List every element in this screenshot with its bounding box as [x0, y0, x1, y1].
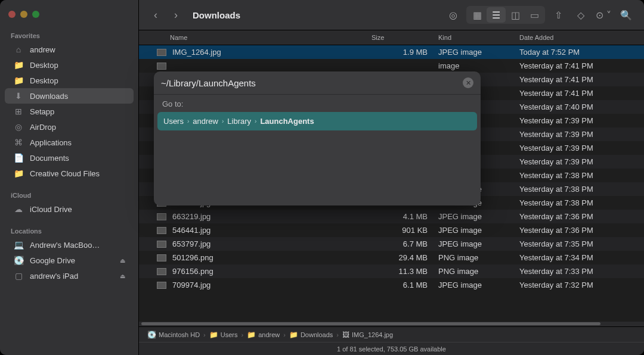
- file-thumbnail-icon: [157, 227, 166, 234]
- file-row[interactable]: 709974.jpg 6.1 MB JPEG image Yesterday a…: [139, 278, 644, 292]
- sidebar-item-label: Creative Cloud Files: [30, 169, 100, 178]
- sidebar-item[interactable]: ⊞Setapp: [5, 104, 134, 119]
- file-name: 653797.jpg: [172, 239, 371, 248]
- status-text: 1 of 81 selected, 753.05 GB available: [337, 345, 446, 353]
- file-row[interactable]: 501296.png 29.4 MB PNG image Yesterday a…: [139, 251, 644, 264]
- finder-window: Favorites ⌂andrew📁Desktop📁Desktop⬇Downlo…: [0, 0, 644, 355]
- file-row[interactable]: 546441.jpg 901 KB JPEG image Yesterday a…: [139, 223, 644, 237]
- sidebar-item[interactable]: 📄Documents: [5, 150, 134, 166]
- file-date: Yesterday at 7:40 PM: [519, 102, 644, 111]
- view-switcher: ▦ ☰ ◫ ▭: [466, 6, 545, 24]
- favorites-label: Favorites: [0, 29, 138, 42]
- grid-icon: ⊞: [13, 107, 24, 116]
- file-row[interactable]: 976156.png 11.3 MB PNG image Yesterday a…: [139, 264, 644, 278]
- sidebar-item[interactable]: ⌂andrew: [5, 42, 134, 57]
- eject-icon[interactable]: ⏏: [120, 273, 125, 279]
- header-name[interactable]: Name: [139, 34, 371, 41]
- sidebar-item[interactable]: ⬇Downloads: [5, 88, 134, 104]
- file-date: Yesterday at 7:33 PM: [519, 267, 644, 276]
- search-button[interactable]: 🔍: [617, 7, 636, 23]
- sidebar-item[interactable]: ⌘Applications: [5, 135, 134, 150]
- file-thumbnail-icon: [157, 241, 166, 248]
- path-bar: 💽Macintosh HD › 📁Users › 📁andrew › 📁Down…: [139, 326, 644, 342]
- file-thumbnail-icon: [157, 49, 166, 56]
- file-row[interactable]: 653797.jpg 6.7 MB JPEG image Yesterday a…: [139, 237, 644, 251]
- file-name: 976156.png: [172, 267, 371, 276]
- file-kind: image: [438, 61, 519, 70]
- file-date: Yesterday at 7:39 PM: [519, 116, 644, 125]
- window-title: Downloads: [193, 10, 240, 20]
- locations-label: Locations: [0, 224, 138, 237]
- sidebar: Favorites ⌂andrew📁Desktop📁Desktop⬇Downlo…: [0, 0, 138, 355]
- header-kind[interactable]: Kind: [438, 34, 519, 41]
- header-date[interactable]: Date Added: [519, 34, 644, 41]
- sidebar-item[interactable]: 💻Andrew's MacBoo…: [5, 237, 134, 253]
- file-size: 901 KB: [371, 226, 438, 235]
- scrollbar-thumb[interactable]: [141, 322, 600, 325]
- sidebar-item-label: Applications: [30, 138, 72, 147]
- forward-button[interactable]: ›: [168, 7, 184, 23]
- goto-input[interactable]: [161, 78, 463, 88]
- header-size[interactable]: Size: [371, 34, 438, 41]
- share-button[interactable]: ⇧: [549, 7, 568, 23]
- gallery-view-button[interactable]: ▭: [525, 7, 544, 23]
- sidebar-item[interactable]: 📁Desktop: [5, 57, 134, 73]
- file-name: IMG_1264.jpg: [172, 48, 371, 57]
- icon-view-button[interactable]: ▦: [467, 7, 487, 23]
- sidebar-item[interactable]: 📁Creative Cloud Files: [5, 166, 134, 181]
- file-row[interactable]: IMG_1264.jpg 1.9 MB JPEG image Today at …: [139, 45, 644, 59]
- status-bar: 1 of 81 selected, 753.05 GB available: [139, 342, 644, 355]
- icloud-label: iCloud: [0, 188, 138, 201]
- toolbar: ‹ › Downloads ◎ ▦ ☰ ◫ ▭ ⇧ ◇ ⊙ ˅ 🔍: [139, 0, 644, 30]
- file-name: 663219.jpg: [172, 212, 371, 221]
- window-controls: [0, 5, 138, 29]
- close-button[interactable]: [8, 11, 16, 18]
- sidebar-item[interactable]: 📁Desktop: [5, 73, 134, 88]
- maximize-button[interactable]: [32, 11, 39, 18]
- file-date: Yesterday at 7:36 PM: [519, 226, 644, 235]
- folder-icon: 📁: [13, 76, 24, 85]
- sidebar-item[interactable]: 💽Google Drive⏏: [5, 253, 134, 268]
- file-kind: JPEG image: [438, 281, 519, 289]
- airdrop-icon[interactable]: ◎: [444, 7, 463, 23]
- list-view-button[interactable]: ☰: [487, 7, 506, 23]
- sidebar-item-label: Setapp: [30, 107, 54, 116]
- path-seg[interactable]: 🖼IMG_1264.jpg: [342, 331, 393, 339]
- path-seg[interactable]: 💽Macintosh HD: [147, 331, 200, 339]
- file-thumbnail-icon: [157, 63, 166, 70]
- clear-input-button[interactable]: ✕: [463, 77, 473, 88]
- sidebar-item-label: Desktop: [30, 76, 58, 85]
- apps-icon: ⌘: [13, 138, 24, 147]
- minimize-button[interactable]: [20, 11, 27, 18]
- file-date: Yesterday at 7:35 PM: [519, 239, 644, 248]
- sidebar-item[interactable]: ▢andrew's iPad⏏: [5, 268, 134, 284]
- action-menu-button[interactable]: ⊙ ˅: [594, 7, 613, 23]
- sidebar-item-label: Google Drive: [30, 256, 75, 265]
- path-seg[interactable]: 📁andrew: [247, 331, 280, 339]
- path-seg[interactable]: 📁Downloads: [289, 331, 333, 339]
- ipad-icon: ▢: [13, 271, 24, 281]
- horizontal-scrollbar[interactable]: [139, 322, 644, 326]
- file-size: 1.9 MB: [371, 48, 438, 57]
- sidebar-item-label: iCloud Drive: [30, 205, 72, 214]
- file-row[interactable]: image Yesterday at 7:41 PM: [139, 59, 644, 73]
- sidebar-item[interactable]: ☁iCloud Drive: [5, 201, 134, 217]
- file-row[interactable]: 663219.jpg 4.1 MB JPEG image Yesterday a…: [139, 210, 644, 223]
- sidebar-item[interactable]: ◎AirDrop: [5, 119, 134, 135]
- path-seg[interactable]: 📁Users: [209, 331, 238, 339]
- laptop-icon: 💻: [13, 240, 24, 250]
- file-thumbnail-icon: [157, 268, 166, 275]
- file-size: 6.1 MB: [371, 281, 438, 289]
- file-kind: JPEG image: [438, 239, 519, 248]
- sidebar-item-label: Documents: [30, 154, 69, 163]
- tag-button[interactable]: ◇: [571, 7, 590, 23]
- file-thumbnail-icon: [157, 282, 166, 289]
- back-button[interactable]: ‹: [147, 7, 164, 23]
- column-view-button[interactable]: ◫: [506, 7, 525, 23]
- eject-icon[interactable]: ⏏: [120, 257, 125, 264]
- goto-suggestion[interactable]: Users› andrew› Library› LaunchAgents: [157, 112, 477, 130]
- file-kind: PNG image: [438, 253, 519, 262]
- file-date: Yesterday at 7:41 PM: [519, 89, 644, 98]
- file-kind: PNG image: [438, 267, 519, 276]
- file-thumbnail-icon: [157, 213, 166, 220]
